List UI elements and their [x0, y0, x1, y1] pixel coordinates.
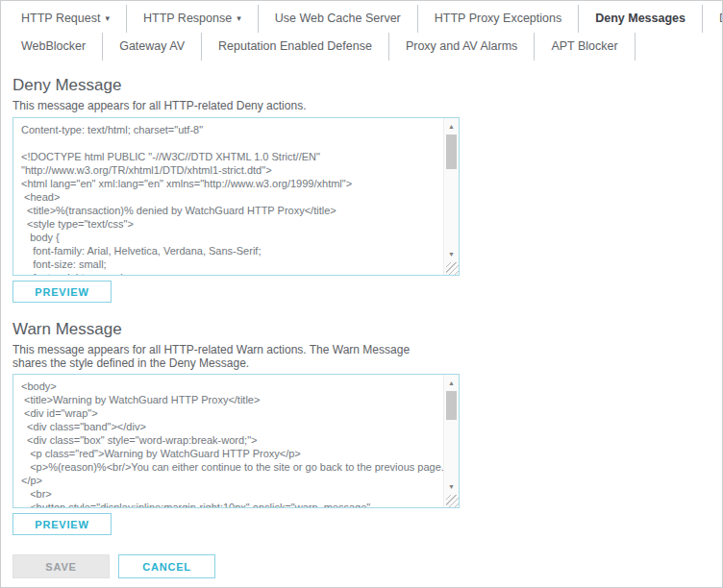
- deny-message-code-text: Content-type: text/html; charset="utf-8"…: [13, 118, 443, 275]
- tab-label: Use Web Cache Server: [275, 12, 401, 25]
- tab-http-proxy-exceptions[interactable]: HTTP Proxy Exceptions: [418, 5, 579, 33]
- tab-label: HTTP Request: [21, 12, 100, 25]
- scroll-thumb[interactable]: [446, 135, 457, 169]
- warn-message-heading: Warn Message: [12, 320, 711, 339]
- tab-label: APT Blocker: [551, 39, 617, 53]
- tab-label: Proxy and AV Alarms: [406, 39, 518, 53]
- tab-proxy-and-av-alarms[interactable]: Proxy and AV Alarms: [389, 33, 536, 61]
- tab-http-response[interactable]: HTTP Response ▾: [127, 5, 259, 33]
- tab-reputation-enabled-defense[interactable]: Reputation Enabled Defense: [202, 33, 389, 61]
- deny-scrollbar[interactable]: ▲ ▼: [443, 118, 459, 275]
- main-content: Deny Message This message appears for al…: [1, 76, 722, 578]
- deny-message-heading: Deny Message: [12, 76, 711, 95]
- warn-preview-button[interactable]: PREVIEW: [12, 513, 112, 535]
- warn-message-textarea[interactable]: <body> <title>Warning by WatchGuard HTTP…: [12, 374, 460, 508]
- warn-message-code-text: <body> <title>Warning by WatchGuard HTTP…: [13, 375, 443, 507]
- tab-deny-messages[interactable]: Deny Messages: [579, 5, 703, 33]
- deny-messages-page: { "icons": { "caret_down": "▾", "scroll_…: [0, 0, 723, 588]
- deny-preview-button[interactable]: PREVIEW: [12, 281, 112, 303]
- cancel-button[interactable]: CANCEL: [118, 554, 215, 578]
- save-button[interactable]: SAVE: [12, 554, 110, 578]
- tab-label: Reputation Enabled Defense: [218, 39, 372, 53]
- tab-use-web-cache-server[interactable]: Use Web Cache Server: [259, 5, 418, 33]
- tab-apt-blocker[interactable]: APT Blocker: [535, 33, 635, 61]
- warn-message-description: This message appears for all HTTP-relate…: [12, 343, 426, 370]
- tab-data-loss-prevention[interactable]: Data Loss Prevention: [703, 5, 723, 33]
- scroll-down-icon[interactable]: ▼: [444, 479, 459, 493]
- scroll-up-icon[interactable]: ▲: [444, 376, 459, 389]
- tab-bar-row2: WebBlocker Gateway AV Reputation Enabled…: [5, 33, 722, 61]
- chevron-down-icon: ▾: [105, 14, 110, 23]
- tab-label: Deny Messages: [595, 12, 686, 25]
- scroll-thumb[interactable]: [446, 391, 457, 420]
- chevron-down-icon: ▾: [237, 14, 241, 23]
- tab-gateway-av[interactable]: Gateway AV: [103, 33, 202, 61]
- warn-scrollbar[interactable]: ▲ ▼: [443, 375, 459, 507]
- tab-label: HTTP Proxy Exceptions: [435, 12, 561, 25]
- tab-label: HTTP Response: [143, 12, 232, 25]
- tab-label: WebBlocker: [21, 39, 86, 53]
- scroll-down-icon[interactable]: ▼: [444, 247, 459, 260]
- footer-actions: SAVE CANCEL: [12, 554, 711, 578]
- tab-label: Data Loss Prevention: [719, 12, 723, 25]
- deny-message-textarea[interactable]: Content-type: text/html; charset="utf-8"…: [12, 117, 460, 276]
- resize-grip[interactable]: [446, 262, 459, 275]
- scroll-up-icon[interactable]: ▲: [444, 119, 459, 133]
- resize-grip[interactable]: [446, 495, 459, 507]
- tab-label: Gateway AV: [119, 39, 185, 53]
- deny-message-description: This message appears for all HTTP-relate…: [12, 100, 711, 112]
- tab-webblocker[interactable]: WebBlocker: [5, 33, 103, 61]
- tab-http-request[interactable]: HTTP Request ▾: [5, 5, 127, 33]
- tab-bar-row1: HTTP Request ▾ HTTP Response ▾ Use Web C…: [5, 5, 722, 33]
